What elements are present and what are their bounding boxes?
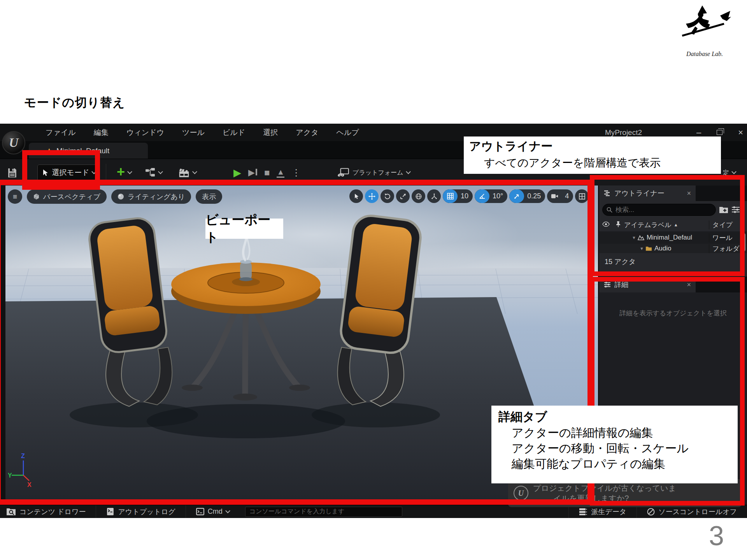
select-mode-dropdown[interactable]: 選択モード <box>37 164 100 181</box>
close-button[interactable]: × <box>738 124 743 141</box>
search-icon <box>607 207 612 213</box>
chevron-down-icon <box>406 169 411 174</box>
row-label: Audio <box>654 245 709 252</box>
cinematics-button[interactable] <box>178 159 196 186</box>
move-tool-button[interactable] <box>365 189 379 203</box>
menu-select[interactable]: 選択 <box>254 124 287 141</box>
outliner-row-minimal-default[interactable]: ▼ Minimal_Defaul ワール <box>599 231 747 244</box>
settings-label-partial: 定 <box>723 169 729 177</box>
select-tool-button[interactable] <box>349 189 363 203</box>
chevron-down-icon <box>92 169 97 174</box>
play-button[interactable]: ▶ <box>233 167 241 179</box>
more-options-icon[interactable]: ⋮ <box>291 167 301 178</box>
stop-button[interactable]: ■ <box>264 167 270 178</box>
scale-snap-value: 0.25 <box>524 192 545 200</box>
perspective-label: パースペクティブ <box>43 192 100 201</box>
row-label: Minimal_Defaul <box>647 234 709 242</box>
platform-dropdown[interactable]: プラットフォーム <box>338 159 410 186</box>
platform-icon <box>338 168 349 178</box>
menu-edit[interactable]: 編集 <box>85 124 117 141</box>
scale-tool-button[interactable] <box>396 189 410 203</box>
details-tab-label: 詳細 <box>614 280 628 289</box>
settings-button-partial[interactable]: 定 <box>723 159 736 186</box>
expander-icon[interactable]: ▼ <box>640 246 644 251</box>
outliner-scrollbar[interactable] <box>742 233 745 252</box>
scale-snap-control[interactable]: 0.25 <box>509 189 545 203</box>
tab-minimal-default[interactable]: Minimal_Default <box>29 143 148 159</box>
menu-window[interactable]: ウィンドウ <box>117 124 173 141</box>
viewport-toolbar-right: 10 10° 0.25 4 <box>349 189 589 203</box>
world-space-button[interactable] <box>412 189 425 203</box>
outliner-list-icon <box>604 190 611 196</box>
restore-button[interactable] <box>717 130 722 135</box>
menu-items: ファイル 編集 ウィンドウ ツール ビルド 選択 アクタ ヘルプ <box>37 124 368 141</box>
local-axes-button[interactable] <box>427 189 441 203</box>
add-folder-icon[interactable] <box>719 206 728 214</box>
pin-icon <box>616 221 621 227</box>
scale-icon <box>400 193 407 200</box>
chevron-down-icon <box>127 169 132 174</box>
details-placeholder-text: 詳細を表示するオブジェクトを選択 <box>599 309 747 318</box>
outliner-tab-label: アウトライナー <box>614 189 665 198</box>
content-drawer-button[interactable]: コンテンツ ドロワー <box>0 505 96 518</box>
blueprints-button[interactable] <box>145 159 162 186</box>
pin-column[interactable] <box>612 221 624 229</box>
transport-controls: ▶ ▶ ■ ▲ ⋮ <box>233 159 301 186</box>
close-icon[interactable]: × <box>687 281 691 289</box>
details-sliders-icon <box>604 282 611 288</box>
annotation-details: 詳細タブ アクターの詳細情報の編集 アクターの移動・回転・スケール 編集可能なプ… <box>491 406 738 483</box>
viewport-toolbar-left: ≡ パースペクティブ ライティングあり 表示 <box>8 189 222 204</box>
cmd-dropdown[interactable]: Cmd <box>186 505 240 518</box>
outliner-footer: 15 アクタ <box>599 253 747 276</box>
console-command-input[interactable]: コンソールコマンドを入力します <box>245 507 402 517</box>
output-log-button[interactable]: アウトプットログ <box>96 505 186 518</box>
outliner-settings-icon[interactable] <box>731 206 740 214</box>
svg-text:Y: Y <box>8 472 12 479</box>
maximize-viewport-button[interactable] <box>575 189 589 203</box>
sphere-icon <box>117 193 124 200</box>
svg-text:Z: Z <box>21 453 25 459</box>
page-number: 3 <box>709 520 724 551</box>
add-actor-button[interactable]: + <box>117 159 132 186</box>
tab-details[interactable]: 詳細 × <box>599 277 696 292</box>
toolbar-separator <box>106 164 106 182</box>
grid-snap-control[interactable]: 10 <box>443 189 473 203</box>
visibility-column[interactable] <box>599 221 612 229</box>
menu-file[interactable]: ファイル <box>37 124 85 141</box>
show-dropdown[interactable]: 表示 <box>196 189 222 204</box>
tab-outliner[interactable]: アウトライナー × <box>599 186 696 201</box>
menu-help[interactable]: ヘルプ <box>328 124 368 141</box>
outliner-search-input[interactable]: 検索... <box>602 204 716 216</box>
menu-tools[interactable]: ツール <box>173 124 214 141</box>
type-column[interactable]: タイプ <box>709 220 747 229</box>
item-label-column[interactable]: アイテムラベル ▲ <box>624 220 709 229</box>
menu-actor[interactable]: アクタ <box>287 124 327 141</box>
hamburger-icon: ≡ <box>13 192 17 201</box>
outliner-row-audio[interactable]: ▼ Audio フォルダ <box>599 244 747 253</box>
brand-logo: Database Lab. <box>672 3 738 58</box>
eject-button[interactable]: ▲ <box>277 168 284 178</box>
rotate-tool-button[interactable] <box>381 189 394 203</box>
lit-mode-dropdown[interactable]: ライティングあり <box>111 189 191 204</box>
chevron-down-icon <box>731 169 736 174</box>
cmd-icon <box>196 508 204 515</box>
skip-button[interactable]: ▶ <box>248 168 257 178</box>
brand-caption: Database Lab. <box>672 51 738 58</box>
show-label: 表示 <box>202 192 216 201</box>
expander-icon[interactable]: ▼ <box>632 235 636 240</box>
menu-build[interactable]: ビルド <box>214 124 254 141</box>
unreal-logo-icon[interactable]: U <box>2 131 25 154</box>
axes-icon <box>431 193 438 200</box>
angle-snap-control[interactable]: 10° <box>475 189 507 203</box>
viewport-menu-button[interactable]: ≡ <box>8 189 22 204</box>
perspective-dropdown[interactable]: パースペクティブ <box>27 189 107 204</box>
camera-speed-control[interactable]: 4 <box>547 189 573 203</box>
outliner-panel: アウトライナー × 検索... <box>599 186 747 276</box>
chevron-down-icon <box>192 169 197 174</box>
derived-data-icon <box>579 508 587 516</box>
blueprint-icon <box>145 168 156 178</box>
close-icon[interactable]: × <box>687 189 691 198</box>
search-placeholder: 検索... <box>615 205 634 214</box>
details-tab-row: 詳細 × <box>599 277 747 292</box>
save-button[interactable] <box>6 159 18 186</box>
